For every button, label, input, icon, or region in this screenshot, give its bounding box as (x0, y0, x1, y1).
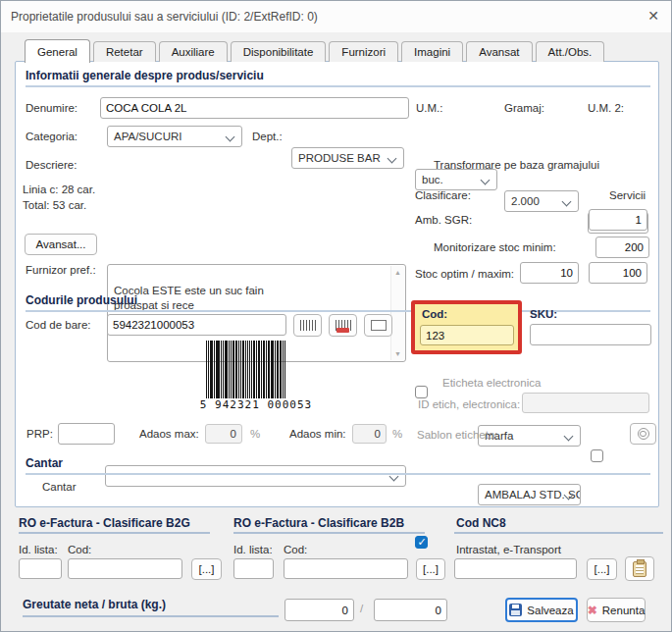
cod-de-bare-label: Cod de bare: (26, 319, 91, 331)
b2b-browse-button[interactable]: [...] (416, 558, 445, 580)
tab-furnizori[interactable]: Furnizori (329, 41, 398, 62)
greutate-separator: / (360, 603, 363, 614)
title-bar: Proprietatile produsului sau a serviciul… (1, 1, 671, 32)
servicii-label: Servicii (609, 189, 646, 201)
greutate-bruta-input[interactable] (374, 599, 447, 621)
section-cantar: Cantar (26, 456, 63, 470)
section-codurile-produsului: Codurile produsului (26, 293, 137, 307)
barcode-bars (206, 341, 286, 405)
section-divider (26, 473, 650, 475)
sku-input[interactable] (530, 324, 651, 345)
avansat-button[interactable]: Avansat... (25, 234, 97, 255)
adaos-max-percent: % (250, 428, 260, 440)
section-divider (23, 615, 279, 617)
clipboard-icon (633, 561, 646, 577)
stoc-optim-input[interactable] (520, 262, 579, 284)
save-icon (509, 604, 522, 616)
um-label: U.M.: (416, 102, 442, 114)
barcode-scan-button[interactable] (329, 314, 357, 337)
tab-att-obs[interactable]: Att./Obs. (536, 41, 605, 62)
furnizor-pref-dropdown[interactable] (105, 465, 406, 487)
barcode-generate-button[interactable] (293, 314, 322, 337)
amb-sgr-value: AMBALAJ STD. SG (485, 489, 581, 500)
descriere-label: Descriere: (26, 159, 77, 171)
b2g-cod-input[interactable] (68, 558, 182, 579)
stoc-optim-maxim-label: Stoc optim / maxim: (415, 268, 514, 280)
b2b-cod-label: Cod: (284, 544, 307, 555)
section-nc8: Cod NC8 (456, 516, 506, 530)
cancel-x-icon: ✖ (588, 604, 597, 617)
section-divider (19, 532, 210, 534)
b2b-id-lista-label: Id. lista: (233, 544, 273, 555)
um-value: buc. (422, 174, 443, 185)
tab-avansat[interactable]: Avansat (466, 41, 532, 62)
b2b-cod-input[interactable] (284, 558, 408, 579)
furnizor-pref-label: Furnizor pref.: (26, 264, 96, 276)
categoria-dropdown[interactable]: APA/SUCURI (107, 126, 242, 147)
descriere-scrollbar[interactable]: ▲▼ (390, 266, 404, 360)
um2-label: U.M. 2: (588, 102, 624, 114)
intrastat-input[interactable] (454, 558, 577, 579)
b2b-id-lista-input[interactable] (233, 558, 274, 579)
section-divider (233, 532, 425, 534)
dept-label: Dept.: (252, 131, 283, 142)
section-divider (454, 532, 663, 534)
dept-dropdown[interactable]: PRODUSE BAR (291, 147, 404, 169)
amb-sgr-qty-input[interactable] (589, 209, 647, 231)
b2g-browse-button[interactable]: [...] (191, 558, 222, 580)
adaos-max-label: Adaos max: (139, 428, 199, 440)
id-etich-input (522, 393, 649, 413)
sku-label: SKU: (530, 308, 557, 320)
amb-sgr-dropdown[interactable]: AMBALAJ STD. SG (478, 484, 581, 505)
tab-auxiliare[interactable]: Auxiliare (159, 41, 228, 62)
total-counter: Total: 53 car. (23, 199, 86, 211)
save-button[interactable]: Salveaza (505, 598, 578, 622)
monitorizare-label: Monitorizare stoc minim: (434, 241, 556, 253)
window-title: Proprietatile produsului sau a serviciul… (11, 10, 318, 24)
cod-label: Cod: (422, 308, 447, 320)
section-informatii-generale: Informatii generale despre produs/servic… (26, 69, 264, 82)
monitorizare-checkbox[interactable] (415, 536, 428, 549)
paste-button[interactable] (625, 556, 654, 581)
b2g-cod-label: Cod: (68, 544, 91, 555)
preview-label-button[interactable] (630, 423, 656, 445)
prp-label: PRP: (26, 428, 53, 440)
barcode-icon (300, 320, 316, 331)
adaos-min-label: Adaos min: (289, 428, 346, 440)
save-label: Salveaza (527, 605, 573, 616)
barcode-print-button[interactable] (364, 314, 392, 337)
clasificare-label: Clasificare: (415, 189, 471, 201)
denumire-label: Denumire: (26, 102, 78, 114)
cod-input[interactable] (420, 325, 514, 345)
denumire-input[interactable] (100, 97, 409, 119)
b2g-id-lista-input[interactable] (19, 558, 62, 579)
tab-disponibilitate[interactable]: Disponibilitate (231, 41, 327, 62)
prp-input[interactable] (58, 423, 115, 445)
cantar-label: Cantar (42, 481, 77, 493)
eye-icon (638, 428, 649, 440)
gramaj-label: Gramaj: (504, 102, 544, 114)
tab-retetar[interactable]: Retetar (93, 41, 156, 62)
cod-de-bare-input[interactable] (107, 314, 286, 336)
cod-highlight-box: Cod: (411, 300, 522, 354)
eticheta-electronica-label: Eticheta electronica (442, 377, 541, 389)
tab-imagini[interactable]: Imagini (401, 41, 463, 62)
barcode-frame-icon (371, 320, 387, 331)
tab-bar: General Retetar Auxiliare Disponibilitat… (25, 38, 604, 62)
close-icon[interactable]: ✕ (647, 8, 659, 24)
scanner-beam-icon (336, 328, 349, 333)
nc8-browse-button[interactable]: [...] (587, 558, 617, 580)
scroll-up-icon[interactable]: ▲ (394, 268, 401, 277)
id-etich-label: ID etich, electronica: (418, 398, 520, 410)
greutate-neta-input[interactable] (284, 599, 354, 621)
stoc-minim-input[interactable] (595, 237, 649, 258)
um-dropdown[interactable]: buc. (415, 169, 497, 190)
scroll-down-icon[interactable]: ▼ (394, 349, 401, 358)
tab-general[interactable]: General (25, 39, 90, 63)
servicii-checkbox[interactable] (591, 449, 603, 462)
cancel-button[interactable]: ✖Renunta (587, 598, 646, 622)
gramaj-dropdown[interactable]: 2.000 (504, 190, 579, 212)
stoc-maxim-input[interactable] (589, 262, 647, 284)
transformare-checkbox[interactable] (415, 386, 428, 398)
gramaj-value: 2.000 (511, 195, 540, 207)
